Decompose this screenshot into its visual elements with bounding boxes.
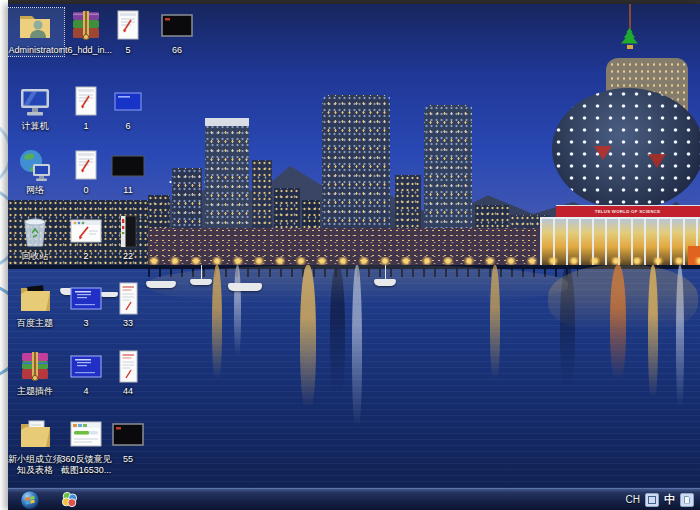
desktop-icon-label: 55 <box>123 454 133 465</box>
img-black-icon <box>109 417 147 453</box>
desktop-icon-label: 主题插件 <box>17 386 53 397</box>
page: TELUS WORLD OF SCIENCE Administratornt6_… <box>0 0 700 510</box>
language-indicator[interactable]: CH <box>626 494 640 505</box>
science-world-sign-text: TELUS WORLD OF SCIENCE <box>595 210 661 214</box>
ornament-base <box>627 45 633 49</box>
desktop-icon-label: 回收站 <box>22 251 49 262</box>
desktop-screenshot: TELUS WORLD OF SCIENCE Administratornt6_… <box>8 4 700 510</box>
rar-pink-icon <box>16 349 54 385</box>
desktop-icon-label: 网络 <box>26 185 44 196</box>
desktop-icon-label: 2 <box>83 251 88 262</box>
image-55[interactable]: 55 <box>99 417 157 465</box>
img-blue-icon <box>109 84 147 120</box>
desktop-icon-label: 百度主题 <box>17 318 53 329</box>
desktop-icon-label: 11 <box>123 185 132 196</box>
boat <box>190 279 212 285</box>
ime-icon[interactable] <box>645 493 659 507</box>
img-black-icon <box>158 8 196 44</box>
desktop-icon-label: 44 <box>123 386 133 397</box>
chinese-mode-indicator[interactable]: 中 <box>664 492 675 507</box>
desktop-icon-label: 计算机 <box>22 121 49 132</box>
dome-red-panel <box>594 146 612 160</box>
boat-mast <box>201 265 202 279</box>
img-black-wide-icon <box>109 148 147 184</box>
start-button[interactable] <box>20 490 40 510</box>
tower-white-cap <box>205 118 249 126</box>
desktop-icon-label: 3 <box>83 318 88 329</box>
reflection-streak <box>548 265 698 335</box>
desktop-icon-label: 4 <box>83 386 88 397</box>
desktop-icon-label: 22 <box>123 251 133 262</box>
boat-mast <box>385 265 386 279</box>
taskbar[interactable]: CH 中 <box>8 488 700 510</box>
folder-icon <box>16 417 54 453</box>
network[interactable]: 网络 <box>8 148 64 196</box>
desktop-icon-label: 33 <box>123 318 133 329</box>
boat <box>374 279 396 286</box>
theme-plugin-archive[interactable]: 主题插件 <box>8 349 64 397</box>
pinwheel-app-icon[interactable] <box>60 490 79 509</box>
desktop-icon-label: 5 <box>125 45 130 56</box>
desktop-icon-label: Administrator <box>8 45 61 56</box>
reflection-streak <box>148 265 568 305</box>
desktop-icon-label: 0 <box>83 185 88 196</box>
new-group-folder[interactable]: 新小组成立须知及表格 <box>8 417 64 475</box>
shot-white-icon <box>109 8 147 44</box>
science-world-dome <box>552 88 700 210</box>
baidu-theme-folder[interactable]: 百度主题 <box>8 281 64 329</box>
screenshot-44[interactable]: 44 <box>99 349 157 397</box>
boat <box>228 283 262 291</box>
network-icon <box>16 148 54 184</box>
desktop-icon-label: 1 <box>83 121 88 132</box>
administrator-folder[interactable]: Administrator <box>8 8 64 56</box>
image-6[interactable]: 6 <box>99 84 157 132</box>
ornament-string <box>629 4 631 29</box>
img-dark-tall-icon <box>109 214 147 250</box>
image-11[interactable]: 11 <box>99 148 157 196</box>
shot-white-tall-icon <box>109 281 147 317</box>
desktop-icon-label: 6 <box>125 121 130 132</box>
computer-icon <box>16 84 54 120</box>
dome-red-panel <box>648 154 666 168</box>
computer[interactable]: 计算机 <box>8 84 64 132</box>
shot-white-tall-icon <box>109 349 147 385</box>
image-66[interactable]: 66 <box>148 8 206 56</box>
recycle-bin[interactable]: 回收站 <box>8 214 64 262</box>
soft-keyboard-icon[interactable] <box>680 493 694 507</box>
user-folder-icon <box>16 8 54 44</box>
recycle-icon <box>16 214 54 250</box>
system-tray: CH 中 <box>626 492 694 507</box>
folder-black-icon <box>16 281 54 317</box>
image-22[interactable]: 22 <box>99 214 157 262</box>
desktop-icon-label: 新小组成立须知及表格 <box>8 454 64 475</box>
desktop-icon-label: 66 <box>172 45 182 56</box>
screenshot-33[interactable]: 33 <box>99 281 157 329</box>
